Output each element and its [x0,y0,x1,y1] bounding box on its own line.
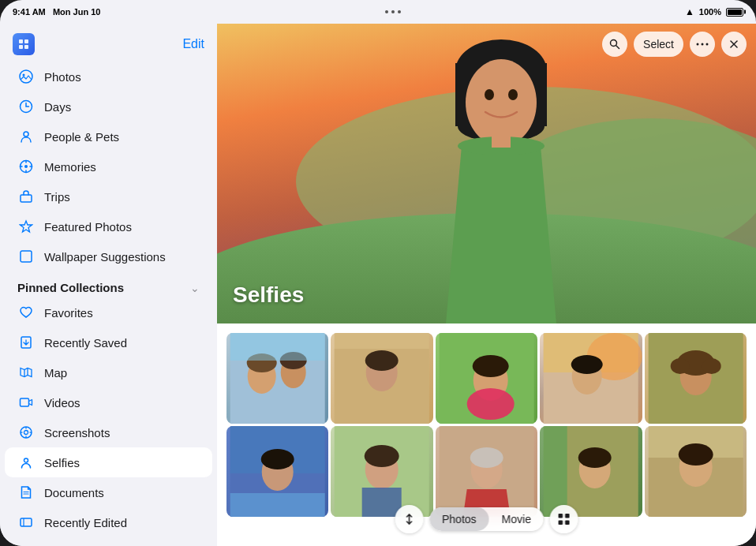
svg-point-99 [678,443,713,466]
documents-icon [17,484,35,501]
photo-thumb-9[interactable] [540,426,642,517]
videos-icon [17,394,35,411]
sidebar-label-selfies: Selfies [44,456,80,469]
sidebar-item-wallpaper[interactable]: Wallpaper Suggestions [5,241,212,271]
battery-icon [726,8,743,17]
sidebar-item-featured-photos[interactable]: Featured Photos [5,211,212,241]
status-right: ▲ 100% [685,6,743,17]
sidebar: Edit Photos [0,24,217,546]
svg-rect-103 [559,521,563,525]
svg-point-83 [261,449,294,469]
battery-fill [728,9,742,15]
photo-thumb-5[interactable] [645,333,747,424]
pinned-title: Pinned Collections [17,281,124,294]
photo-thumb-8[interactable] [436,426,537,517]
selfies-icon [17,454,35,471]
photo-thumb-10[interactable] [645,426,747,517]
pinned-collections-header[interactable]: Pinned Collections ⌄ [0,271,217,297]
sidebar-label-wallpaper: Wallpaper Suggestions [44,250,166,264]
sidebar-label-trips: Trips [44,190,70,204]
svg-point-38 [702,43,704,46]
svg-point-64 [365,350,399,371]
sidebar-item-screenshots[interactable]: Screenshots [5,417,212,447]
search-button[interactable] [602,32,627,57]
hero-photo: Selfies [217,24,756,323]
svg-rect-102 [565,514,570,518]
hero-section: Selfies [217,24,756,323]
svg-point-52 [508,89,518,100]
more-button[interactable] [690,32,715,57]
sidebar-label-people: People & Pets [44,130,119,144]
sidebar-label-documents: Documents [44,486,104,499]
sidebar-item-memories[interactable]: Memories [5,151,212,181]
battery-percent: 100% [699,7,721,17]
sidebar-item-selfies[interactable]: Selfies [5,447,212,477]
svg-rect-14 [21,195,32,202]
svg-rect-60 [230,333,325,361]
photo-thumb-7[interactable] [331,426,432,517]
recently-edited-icon [17,514,35,531]
svg-point-78 [670,358,689,374]
sidebar-item-people-pets[interactable]: People & Pets [5,122,212,151]
svg-point-9 [24,165,28,168]
wallpaper-icon [17,248,35,265]
photo-thumb-2[interactable] [331,333,432,424]
sidebar-item-documents[interactable]: Documents [5,477,212,507]
sidebar-item-recently-saved[interactable]: Recently Saved [5,327,212,357]
sort-button[interactable] [395,505,423,533]
svg-rect-54 [492,130,511,148]
close-button[interactable] [721,32,747,57]
select-button[interactable]: Select [634,32,683,57]
edit-button[interactable]: Edit [182,37,204,51]
svg-rect-2 [19,45,23,49]
photos-view-button[interactable]: Photos [429,507,489,531]
photo-row-2 [226,426,747,517]
bottom-toolbar: Photos Movie [395,505,578,533]
sidebar-item-photos[interactable]: Photos [5,62,212,92]
days-icon [17,98,35,115]
sidebar-label-memories: Memories [44,160,96,174]
svg-point-51 [485,89,494,100]
sidebar-item-map[interactable]: Map [5,357,212,387]
svg-point-87 [365,445,399,467]
recently-saved-icon [17,334,35,351]
svg-point-79 [702,358,720,374]
sidebar-item-trips[interactable]: Trips [5,181,212,211]
sidebar-label-recently-saved: Recently Saved [44,336,127,350]
sidebar-label-photos: Photos [44,70,81,84]
photo-thumb-3[interactable] [436,333,537,424]
featured-icon [17,218,35,235]
svg-point-68 [467,388,515,420]
sidebar-label-days: Days [44,100,71,114]
svg-marker-15 [21,221,32,232]
content-header: Select [602,32,747,57]
photo-thumb-6[interactable] [226,426,328,517]
sidebar-label-map: Map [44,366,67,380]
photo-thumb-4[interactable] [540,333,642,424]
svg-rect-84 [230,493,325,517]
wifi-icon: ▲ [685,6,694,17]
view-segment: Photos Movie [429,507,544,531]
sidebar-item-recently-viewed[interactable]: Recently Viewed [5,537,212,546]
sidebar-item-recently-edited[interactable]: Recently Edited [5,507,212,537]
sidebar-item-videos[interactable]: Videos [5,387,212,417]
dot-3 [398,10,401,13]
sidebar-label-recently-edited: Recently Edited [44,516,127,529]
pinned-chevron-icon: ⌄ [190,282,200,294]
svg-line-36 [616,46,619,49]
trips-icon [17,188,35,205]
sidebar-item-days[interactable]: Days [5,92,212,122]
svg-point-27 [24,458,28,462]
sidebar-item-favorites[interactable]: Favorites [5,297,212,327]
movie-view-button[interactable]: Movie [489,507,544,531]
sidebar-label-featured: Featured Photos [44,220,132,234]
favorites-icon [17,304,35,321]
svg-rect-0 [19,39,23,43]
photo-thumb-1[interactable] [226,333,328,424]
svg-rect-16 [21,251,32,262]
grid-view-button[interactable] [550,505,578,533]
svg-rect-104 [565,521,570,525]
svg-point-39 [706,43,709,46]
svg-point-91 [470,447,503,468]
svg-point-67 [473,355,509,377]
